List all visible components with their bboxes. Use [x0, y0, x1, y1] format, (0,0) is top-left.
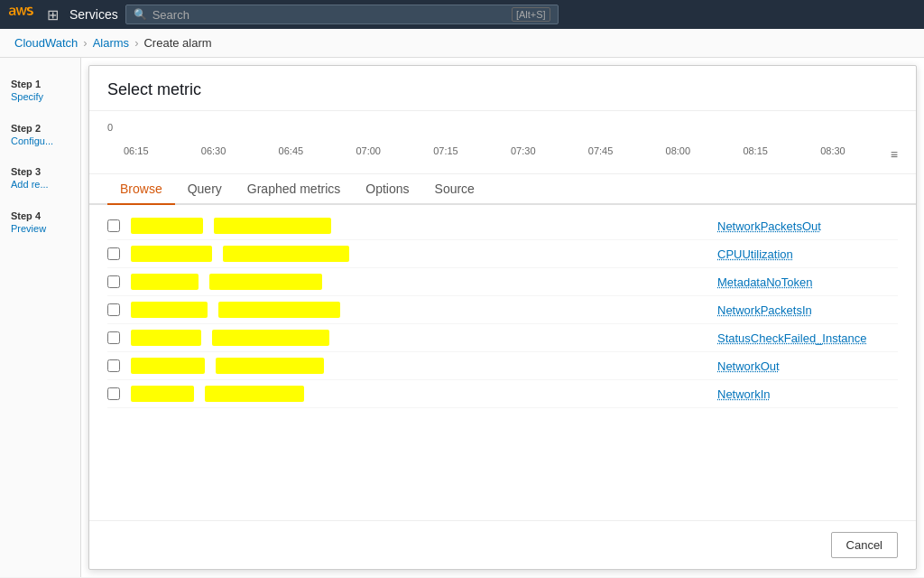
search-bar[interactable]: 🔍 [Alt+S] — [125, 5, 559, 24]
time-label-8: 08:15 — [743, 145, 820, 156]
metric-col2-5 — [216, 358, 324, 374]
metric-col2-6 — [205, 386, 304, 402]
metric-name-0[interactable]: NetworkPacketsOut — [717, 219, 898, 233]
sidebar-step1-label: Step 1 — [11, 78, 69, 90]
sidebar-step3-label: Step 3 — [11, 165, 69, 178]
modal-header: Select metric — [89, 66, 916, 111]
time-label-9: 08:30 — [820, 145, 898, 156]
cancel-button[interactable]: Cancel — [831, 532, 898, 558]
main-layout: Step 1 Specify Step 2 Configu... Step 3 … — [0, 58, 924, 577]
metric-checkbox-2[interactable] — [107, 275, 120, 288]
time-label-2: 06:45 — [279, 145, 356, 156]
metric-checkbox-3[interactable] — [107, 303, 120, 316]
top-nav: ⊞ Services 🔍 [Alt+S] — [0, 0, 924, 29]
metric-checkbox-4[interactable] — [107, 331, 120, 344]
metric-name-1[interactable]: CPUUtilization — [717, 247, 898, 261]
chart-zero-label: 0 — [107, 122, 113, 133]
search-icon: 🔍 — [134, 8, 147, 21]
select-metric-modal: Select metric 0 06:15 06:30 06:45 07:00 … — [88, 65, 917, 570]
metric-col2-3 — [218, 302, 340, 318]
table-row: StatusCheckFailed_Instance — [107, 324, 898, 352]
breadcrumb-item-alarms[interactable]: Alarms — [93, 36, 129, 50]
sidebar-item-step2[interactable]: Step 2 Configu... — [0, 113, 80, 157]
sidebar: Step 1 Specify Step 2 Configu... Step 3 … — [0, 58, 81, 577]
table-row: NetworkPacketsIn — [107, 296, 898, 324]
metric-col1-3 — [131, 302, 208, 318]
metrics-list: NetworkPacketsOut CPUUtilization Metadat… — [89, 205, 916, 520]
sidebar-step4-name: Preview — [11, 222, 69, 235]
metric-col1-2 — [131, 274, 199, 290]
search-shortcut: [Alt+S] — [512, 7, 550, 22]
sidebar-step2-label: Step 2 — [11, 122, 69, 135]
services-nav-label[interactable]: Services — [69, 7, 118, 22]
sidebar-step3-name: Add re... — [11, 178, 69, 191]
time-label-4: 07:15 — [433, 145, 511, 156]
modal-title: Select metric — [107, 80, 898, 99]
metric-name-5[interactable]: NetworkOut — [717, 359, 898, 373]
time-label-6: 07:45 — [588, 145, 666, 156]
table-row: NetworkIn — [107, 380, 898, 408]
metric-name-4[interactable]: StatusCheckFailed_Instance — [717, 331, 898, 345]
time-label-1: 06:30 — [201, 145, 279, 156]
search-input[interactable] — [152, 8, 506, 22]
time-label-3: 07:00 — [356, 145, 433, 156]
metric-col2-4 — [212, 330, 329, 346]
chart-area: 0 06:15 06:30 06:45 07:00 07:15 07:30 07… — [89, 111, 916, 174]
metric-checkbox-5[interactable] — [107, 359, 120, 372]
metric-col1-4 — [131, 330, 201, 346]
metric-name-2[interactable]: MetadataNoToken — [717, 275, 898, 289]
breadcrumb: CloudWatch › Alarms › Create alarm — [0, 29, 924, 58]
tab-source[interactable]: Source — [422, 174, 487, 205]
time-label-7: 08:00 — [666, 145, 744, 156]
metric-col1-5 — [131, 358, 205, 374]
chart-time-axis: 06:15 06:30 06:45 07:00 07:15 07:30 07:4… — [107, 145, 898, 156]
table-row: MetadataNoToken — [107, 268, 898, 296]
metric-checkbox-0[interactable] — [107, 219, 120, 232]
sidebar-step2-name: Configu... — [11, 135, 69, 147]
metric-col2-0 — [214, 218, 331, 234]
sidebar-item-step3[interactable]: Step 3 Add re... — [0, 156, 80, 200]
metric-name-3[interactable]: NetworkPacketsIn — [717, 303, 898, 317]
chart-menu-icon[interactable]: ≡ — [891, 147, 898, 162]
time-label-0: 06:15 — [124, 145, 201, 156]
breadcrumb-item-cloudwatch[interactable]: CloudWatch — [14, 36, 78, 50]
time-label-5: 07:30 — [511, 145, 588, 156]
metric-col1-1 — [131, 246, 212, 262]
metric-col2-1 — [223, 246, 349, 262]
metric-name-6[interactable]: NetworkIn — [717, 387, 898, 401]
sidebar-step1-name: Specify — [11, 90, 69, 103]
breadcrumb-sep-2: › — [134, 36, 138, 50]
tab-options[interactable]: Options — [353, 174, 421, 205]
breadcrumb-item-create: Create alarm — [143, 36, 211, 50]
tab-graphed-metrics[interactable]: Graphed metrics — [235, 174, 353, 205]
sidebar-item-step1[interactable]: Step 1 Specify — [0, 69, 80, 113]
table-row: NetworkPacketsOut — [107, 212, 898, 240]
table-row: CPUUtilization — [107, 240, 898, 268]
content-area: Select metric 0 06:15 06:30 06:45 07:00 … — [81, 58, 924, 577]
modal-footer: Cancel — [89, 520, 916, 569]
sidebar-item-step4[interactable]: Step 4 Preview — [0, 200, 80, 245]
tab-query[interactable]: Query — [175, 174, 235, 205]
aws-logo[interactable] — [7, 5, 36, 23]
metric-checkbox-1[interactable] — [107, 247, 120, 260]
tabs-bar: Browse Query Graphed metrics Options Sou… — [89, 174, 916, 205]
metric-col2-2 — [209, 274, 322, 290]
sidebar-step4-label: Step 4 — [11, 210, 69, 222]
table-row: NetworkOut — [107, 352, 898, 380]
grid-icon[interactable]: ⊞ — [43, 6, 62, 23]
breadcrumb-sep-1: › — [83, 36, 87, 50]
metric-checkbox-6[interactable] — [107, 387, 120, 400]
tab-browse[interactable]: Browse — [107, 174, 175, 205]
metric-col1-6 — [131, 386, 194, 402]
metric-col1-0 — [131, 218, 203, 234]
